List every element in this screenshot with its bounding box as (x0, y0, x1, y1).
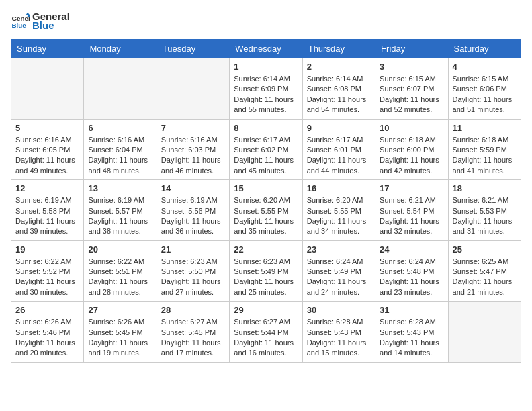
day-number: 18 (453, 183, 517, 193)
day-info: Sunrise: 6:22 AMSunset: 5:51 PMDaylight:… (88, 257, 152, 298)
week-row-5: 26Sunrise: 6:26 AMSunset: 5:46 PMDayligh… (11, 302, 521, 363)
day-number: 17 (380, 183, 443, 193)
day-number: 25 (453, 244, 517, 255)
day-header-tuesday: Tuesday (157, 40, 229, 58)
calendar-cell: 6Sunrise: 6:16 AMSunset: 6:04 PMDaylight… (84, 119, 157, 180)
calendar-cell: 18Sunrise: 6:21 AMSunset: 5:53 PMDayligh… (448, 180, 521, 241)
day-info: Sunrise: 6:24 AMSunset: 5:48 PMDaylight:… (380, 257, 443, 298)
day-info: Sunrise: 6:25 AMSunset: 5:47 PMDaylight:… (453, 257, 517, 298)
day-number: 28 (161, 305, 225, 315)
day-header-sunday: Sunday (11, 40, 84, 58)
calendar-cell: 28Sunrise: 6:27 AMSunset: 5:45 PMDayligh… (157, 302, 229, 363)
calendar-cell: 1Sunrise: 6:14 AMSunset: 6:09 PMDaylight… (230, 58, 302, 120)
calendar-cell: 23Sunrise: 6:24 AMSunset: 5:49 PMDayligh… (302, 240, 375, 302)
day-number: 20 (88, 244, 152, 255)
calendar-cell: 10Sunrise: 6:18 AMSunset: 6:00 PMDayligh… (375, 119, 448, 180)
calendar-cell: 2Sunrise: 6:14 AMSunset: 6:08 PMDaylight… (302, 58, 375, 120)
day-info: Sunrise: 6:16 AMSunset: 6:03 PMDaylight:… (161, 135, 225, 177)
calendar-cell: 30Sunrise: 6:28 AMSunset: 5:43 PMDayligh… (302, 302, 375, 363)
calendar-cell: 16Sunrise: 6:20 AMSunset: 5:55 PMDayligh… (302, 180, 375, 241)
calendar-cell: 26Sunrise: 6:26 AMSunset: 5:46 PMDayligh… (11, 302, 84, 363)
day-number: 23 (307, 244, 371, 255)
week-row-1: 1Sunrise: 6:14 AMSunset: 6:09 PMDaylight… (11, 58, 521, 120)
day-header-saturday: Saturday (448, 40, 521, 58)
calendar-cell: 13Sunrise: 6:19 AMSunset: 5:57 PMDayligh… (84, 180, 157, 241)
day-info: Sunrise: 6:27 AMSunset: 5:44 PMDaylight:… (234, 317, 298, 359)
calendar-cell: 15Sunrise: 6:20 AMSunset: 5:55 PMDayligh… (230, 180, 302, 241)
day-number: 8 (234, 123, 298, 133)
day-number: 31 (380, 305, 443, 315)
day-info: Sunrise: 6:14 AMSunset: 6:09 PMDaylight:… (234, 74, 298, 116)
day-number: 19 (15, 244, 79, 255)
calendar-cell: 8Sunrise: 6:17 AMSunset: 6:02 PMDaylight… (230, 119, 302, 180)
day-info: Sunrise: 6:20 AMSunset: 5:55 PMDaylight:… (307, 195, 371, 237)
day-info: Sunrise: 6:21 AMSunset: 5:54 PMDaylight:… (380, 195, 443, 237)
calendar: SundayMondayTuesdayWednesdayThursdayFrid… (11, 39, 521, 363)
day-number: 15 (234, 183, 298, 193)
day-info: Sunrise: 6:18 AMSunset: 5:59 PMDaylight:… (453, 135, 517, 177)
day-number: 4 (453, 62, 517, 72)
day-info: Sunrise: 6:20 AMSunset: 5:55 PMDaylight:… (234, 195, 298, 237)
day-number: 21 (161, 244, 225, 255)
week-row-2: 5Sunrise: 6:16 AMSunset: 6:05 PMDaylight… (11, 119, 521, 180)
day-info: Sunrise: 6:16 AMSunset: 6:04 PMDaylight:… (88, 135, 152, 177)
logo-icon: General Blue (11, 11, 30, 30)
day-number: 13 (88, 183, 152, 193)
calendar-cell: 27Sunrise: 6:26 AMSunset: 5:45 PMDayligh… (84, 302, 157, 363)
day-info: Sunrise: 6:23 AMSunset: 5:49 PMDaylight:… (234, 257, 298, 298)
day-number: 16 (307, 183, 371, 193)
day-number: 9 (307, 123, 371, 133)
week-row-3: 12Sunrise: 6:19 AMSunset: 5:58 PMDayligh… (11, 180, 521, 241)
day-header-monday: Monday (84, 40, 157, 58)
logo: General Blue General Blue (11, 11, 70, 31)
day-info: Sunrise: 6:23 AMSunset: 5:50 PMDaylight:… (161, 257, 225, 298)
week-row-4: 19Sunrise: 6:22 AMSunset: 5:52 PMDayligh… (11, 240, 521, 302)
calendar-cell (157, 58, 229, 120)
day-number: 5 (15, 123, 79, 133)
day-info: Sunrise: 6:26 AMSunset: 5:46 PMDaylight:… (15, 317, 79, 359)
day-number: 29 (234, 305, 298, 315)
day-number: 22 (234, 244, 298, 255)
day-info: Sunrise: 6:22 AMSunset: 5:52 PMDaylight:… (15, 257, 79, 298)
calendar-cell: 7Sunrise: 6:16 AMSunset: 6:03 PMDaylight… (157, 119, 229, 180)
day-number: 3 (380, 62, 443, 72)
calendar-cell: 9Sunrise: 6:17 AMSunset: 6:01 PMDaylight… (302, 119, 375, 180)
day-info: Sunrise: 6:15 AMSunset: 6:06 PMDaylight:… (453, 74, 517, 116)
calendar-cell: 5Sunrise: 6:16 AMSunset: 6:05 PMDaylight… (11, 119, 84, 180)
svg-marker-2 (26, 12, 30, 15)
day-number: 26 (15, 305, 79, 315)
day-info: Sunrise: 6:27 AMSunset: 5:45 PMDaylight:… (161, 317, 225, 359)
day-info: Sunrise: 6:15 AMSunset: 6:07 PMDaylight:… (380, 74, 443, 116)
calendar-cell (84, 58, 157, 120)
day-info: Sunrise: 6:24 AMSunset: 5:49 PMDaylight:… (307, 257, 371, 298)
day-header-wednesday: Wednesday (230, 40, 302, 58)
day-info: Sunrise: 6:17 AMSunset: 6:01 PMDaylight:… (307, 135, 371, 177)
day-header-thursday: Thursday (302, 40, 375, 58)
day-info: Sunrise: 6:21 AMSunset: 5:53 PMDaylight:… (453, 195, 517, 237)
calendar-cell: 31Sunrise: 6:28 AMSunset: 5:43 PMDayligh… (375, 302, 448, 363)
calendar-cell (448, 302, 521, 363)
day-info: Sunrise: 6:18 AMSunset: 6:00 PMDaylight:… (380, 135, 443, 177)
day-info: Sunrise: 6:19 AMSunset: 5:58 PMDaylight:… (15, 195, 79, 237)
page-header: General Blue General Blue (11, 11, 521, 31)
day-number: 7 (161, 123, 225, 133)
calendar-cell: 22Sunrise: 6:23 AMSunset: 5:49 PMDayligh… (230, 240, 302, 302)
day-info: Sunrise: 6:16 AMSunset: 6:05 PMDaylight:… (15, 135, 79, 177)
day-number: 14 (161, 183, 225, 193)
day-number: 11 (453, 123, 517, 133)
calendar-cell: 4Sunrise: 6:15 AMSunset: 6:06 PMDaylight… (448, 58, 521, 120)
calendar-cell: 17Sunrise: 6:21 AMSunset: 5:54 PMDayligh… (375, 180, 448, 241)
calendar-cell: 25Sunrise: 6:25 AMSunset: 5:47 PMDayligh… (448, 240, 521, 302)
day-number: 24 (380, 244, 443, 255)
day-number: 27 (88, 305, 152, 315)
calendar-cell: 19Sunrise: 6:22 AMSunset: 5:52 PMDayligh… (11, 240, 84, 302)
day-number: 1 (234, 62, 298, 72)
day-number: 10 (380, 123, 443, 133)
calendar-cell: 20Sunrise: 6:22 AMSunset: 5:51 PMDayligh… (84, 240, 157, 302)
calendar-cell: 24Sunrise: 6:24 AMSunset: 5:48 PMDayligh… (375, 240, 448, 302)
day-headers-row: SundayMondayTuesdayWednesdayThursdayFrid… (11, 40, 521, 58)
day-number: 12 (15, 183, 79, 193)
calendar-cell: 11Sunrise: 6:18 AMSunset: 5:59 PMDayligh… (448, 119, 521, 180)
day-info: Sunrise: 6:14 AMSunset: 6:08 PMDaylight:… (307, 74, 371, 116)
day-info: Sunrise: 6:26 AMSunset: 5:45 PMDaylight:… (88, 317, 152, 359)
